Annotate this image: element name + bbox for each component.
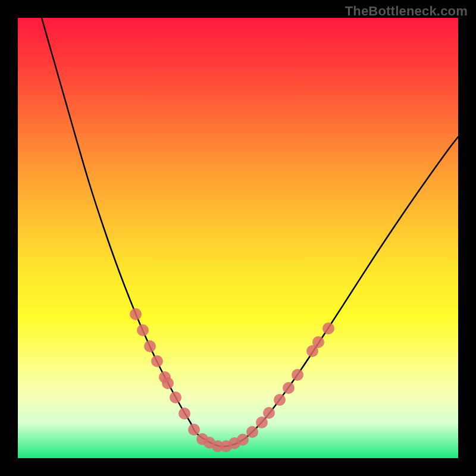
data-point — [256, 416, 268, 428]
chart-svg — [18, 18, 458, 458]
data-point — [283, 382, 295, 394]
data-point — [237, 434, 249, 446]
data-point — [292, 369, 303, 381]
data-point — [151, 355, 163, 367]
data-point — [188, 424, 200, 436]
plot-area — [18, 18, 458, 458]
data-point — [178, 408, 190, 419]
data-point — [246, 426, 258, 438]
data-point — [263, 407, 275, 419]
data-point — [137, 324, 149, 336]
data-point — [162, 377, 174, 389]
data-point — [274, 394, 286, 406]
data-point — [170, 392, 181, 403]
curve-line — [42, 18, 458, 446]
data-point — [144, 340, 156, 352]
chart-frame: TheBottleneck.com — [0, 0, 476, 476]
data-point — [130, 308, 142, 320]
data-point — [312, 336, 324, 348]
data-point — [322, 322, 334, 334]
watermark-text: TheBottleneck.com — [345, 4, 468, 19]
